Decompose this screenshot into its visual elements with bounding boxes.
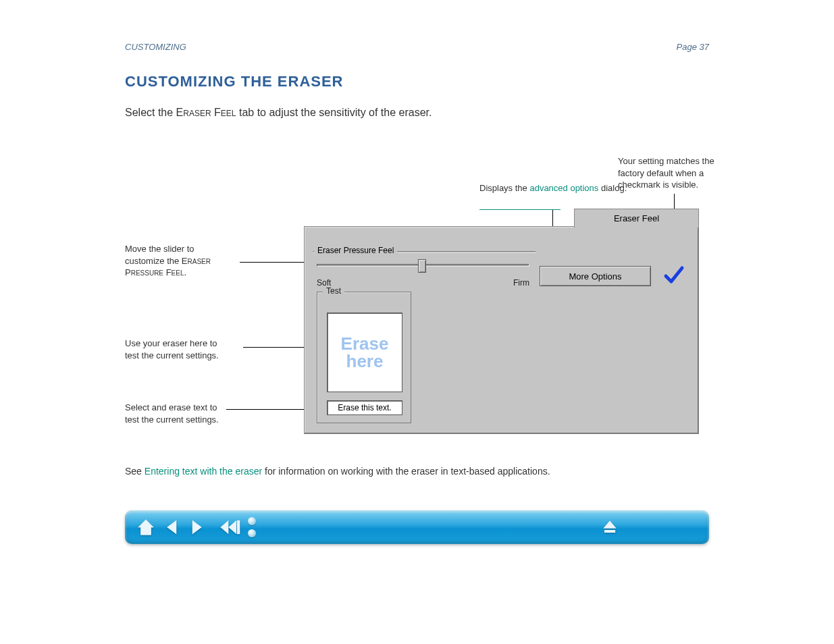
tab-eraser-feel[interactable]: Eraser Feel [574, 209, 699, 227]
erase-test-canvas[interactable]: Erase here [327, 313, 402, 392]
eraser-pressure-slider[interactable] [317, 264, 529, 267]
dot-icon [248, 517, 256, 525]
home-icon[interactable] [134, 516, 157, 539]
callout-text: Move the slider to [125, 243, 260, 255]
callout-text: Your setting matches the [618, 155, 753, 167]
back-icon[interactable] [161, 516, 184, 539]
callout-text: checkmark is visible. [618, 179, 753, 191]
callout-text: P [125, 267, 131, 277]
navigation-bar [125, 510, 709, 544]
body-text: Select the ERASER FEEL tab to adjust the… [125, 105, 706, 121]
view-toggle-dots[interactable] [248, 517, 256, 537]
callout-text-small: RESSURE [131, 269, 163, 277]
forward-icon[interactable] [184, 516, 207, 539]
entering-text-link[interactable]: Entering text with the eraser [145, 466, 262, 477]
footnote: See Entering text with the eraser for in… [125, 466, 706, 477]
leader-line [240, 262, 311, 263]
eraser-feel-dialog: Eraser Feel Eraser Pressure Feel Soft Fi… [304, 226, 699, 434]
callout-test-input: Select and erase text to test the curren… [125, 402, 260, 425]
callout-text-small: EEL [172, 269, 184, 277]
callout-text: customize the E [125, 256, 188, 266]
slider-max-label: Firm [513, 278, 529, 288]
pressure-group-label: Eraser Pressure Feel [314, 246, 397, 255]
erase-test-canvas-text: Erase here [341, 335, 389, 370]
prev-section-icon[interactable] [218, 516, 241, 539]
callout-text: test the current settings. [125, 350, 260, 362]
callout-text: factory default when a [618, 167, 753, 180]
default-checkmark-icon [663, 264, 685, 286]
callout-text: test the current settings. [125, 414, 260, 426]
advanced-options-link[interactable]: advanced options [529, 183, 598, 193]
canvas-text-line: here [341, 352, 389, 370]
callout-text: Displays the [479, 183, 529, 193]
callout-test-canvas: Use your eraser here to test the current… [125, 338, 260, 361]
slider-thumb[interactable] [418, 259, 426, 273]
tab-label: Eraser Feel [614, 213, 659, 223]
callout-text: Select and erase text to [125, 402, 260, 414]
body-text-small: RASER [183, 109, 211, 118]
page-title: CUSTOMIZING THE ERASER [125, 73, 344, 90]
body-text-part: F [211, 107, 221, 118]
callout-checkmark: Your setting matches the factory default… [618, 155, 753, 191]
more-options-button[interactable]: More Options [540, 266, 651, 286]
footnote-text: for information on working with the eras… [262, 466, 550, 477]
erase-text-input[interactable]: Erase this text. [327, 400, 402, 415]
callout-text: F [163, 267, 172, 277]
header-section: CUSTOMIZING [125, 42, 186, 52]
callout-slider: Move the slider to customize the ERASER … [125, 243, 260, 279]
eject-icon[interactable] [598, 516, 621, 539]
leader-underline [479, 209, 561, 210]
body-text-small: EEL [221, 109, 236, 118]
input-value: Erase this text. [338, 403, 391, 412]
callout-more-options: Displays the advanced options dialog. [479, 182, 635, 194]
test-group: Test Erase here Erase this text. [317, 292, 411, 423]
callout-text: . [184, 267, 187, 277]
body-text-part: tab to adjust the sensitivity of the era… [236, 107, 432, 118]
callout-text-small: RASER [188, 258, 211, 265]
svg-rect-0 [237, 520, 240, 534]
button-label: More Options [569, 271, 621, 281]
header-page-number: Page 37 [677, 42, 709, 52]
dot-icon [248, 529, 256, 537]
test-group-label: Test [323, 286, 344, 296]
callout-text: Use your eraser here to [125, 338, 260, 350]
footnote-text: See [125, 466, 145, 477]
canvas-text-line: Erase [341, 335, 389, 352]
svg-rect-1 [604, 530, 615, 533]
body-text-part: Select the E [125, 107, 183, 118]
